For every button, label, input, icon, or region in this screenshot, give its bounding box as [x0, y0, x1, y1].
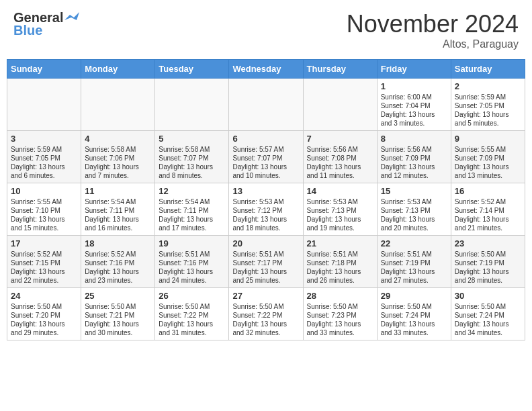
day-info-line: Sunset: 7:16 PM: [159, 259, 225, 267]
calendar-cell: 16Sunrise: 5:52 AMSunset: 7:14 PMDayligh…: [451, 183, 525, 236]
day-info-line: Daylight: 13 hours: [381, 320, 447, 328]
day-number: 11: [85, 186, 151, 196]
day-info-line: Sunset: 7:15 PM: [11, 259, 77, 267]
day-number: 18: [85, 238, 151, 248]
day-info-line: Daylight: 13 hours: [381, 267, 447, 276]
day-info-line: and 11 minutes.: [307, 171, 373, 180]
day-info-line: Sunrise: 5:57 AM: [232, 145, 299, 154]
day-info-line: and 17 minutes.: [159, 224, 225, 232]
calendar-cell: 1Sunrise: 6:00 AMSunset: 7:04 PMDaylight…: [377, 79, 451, 131]
calendar-cell: 2Sunrise: 5:59 AMSunset: 7:05 PMDaylight…: [451, 79, 525, 131]
day-info-line: Sunset: 7:07 PM: [232, 154, 299, 163]
day-number: 15: [381, 186, 447, 196]
day-header-sunday: Sunday: [7, 60, 81, 79]
day-info-line: Daylight: 13 hours: [232, 215, 299, 224]
title-area: November 2024 Altos, Paraguay: [347, 10, 519, 50]
logo-bird-icon: [64, 12, 79, 23]
day-number: 7: [307, 134, 373, 144]
calendar-cell: [81, 79, 155, 131]
day-info-line: and 33 minutes.: [381, 328, 447, 337]
day-info-line: Sunset: 7:09 PM: [381, 154, 447, 163]
day-number: 8: [381, 134, 447, 144]
day-info-line: and 8 minutes.: [159, 171, 225, 180]
day-info-line: and 16 minutes.: [85, 224, 151, 232]
day-info-line: Sunrise: 5:56 AM: [307, 145, 373, 154]
calendar-cell: 24Sunrise: 5:50 AMSunset: 7:20 PMDayligh…: [7, 288, 81, 340]
calendar-cell: [303, 79, 377, 131]
day-info-line: Sunrise: 5:55 AM: [455, 145, 521, 154]
day-info-line: Sunset: 7:23 PM: [307, 311, 373, 320]
day-number: 20: [232, 238, 299, 248]
day-number: 9: [455, 134, 521, 144]
day-info-line: Sunset: 7:07 PM: [159, 154, 225, 163]
day-number: 5: [159, 134, 225, 144]
day-number: 27: [232, 291, 299, 301]
logo: General Blue: [13, 10, 79, 38]
day-info-line: Sunset: 7:20 PM: [11, 311, 77, 320]
day-info-line: Sunrise: 5:50 AM: [159, 302, 225, 311]
day-info-line: Sunrise: 5:50 AM: [455, 302, 521, 311]
calendar-cell: 19Sunrise: 5:51 AMSunset: 7:16 PMDayligh…: [155, 236, 229, 288]
day-header-friday: Friday: [377, 60, 451, 79]
day-info-line: Sunset: 7:19 PM: [381, 259, 447, 267]
day-header-tuesday: Tuesday: [155, 60, 229, 79]
day-info-line: Sunset: 7:22 PM: [232, 311, 299, 320]
day-info-line: and 20 minutes.: [381, 224, 447, 232]
calendar-cell: 5Sunrise: 5:58 AMSunset: 7:07 PMDaylight…: [155, 131, 229, 183]
day-info-line: and 30 minutes.: [85, 328, 151, 337]
day-info-line: and 19 minutes.: [307, 224, 373, 232]
day-info-line: Sunrise: 5:58 AM: [85, 145, 151, 154]
day-info-line: Sunrise: 5:55 AM: [11, 197, 77, 206]
calendar-week-row: 17Sunrise: 5:52 AMSunset: 7:15 PMDayligh…: [7, 236, 525, 288]
day-info-line: Sunrise: 5:52 AM: [85, 250, 151, 259]
day-info-line: Daylight: 13 hours: [455, 163, 521, 171]
day-info-line: Sunset: 7:08 PM: [307, 154, 373, 163]
day-info-line: and 24 minutes.: [159, 276, 225, 285]
day-info-line: Sunrise: 5:54 AM: [85, 197, 151, 206]
day-info-line: Daylight: 13 hours: [11, 215, 77, 224]
day-info-line: and 23 minutes.: [85, 276, 151, 285]
day-number: 26: [159, 291, 225, 301]
day-info-line: Daylight: 13 hours: [232, 163, 299, 171]
day-info-line: and 27 minutes.: [381, 276, 447, 285]
calendar-cell: 15Sunrise: 5:53 AMSunset: 7:13 PMDayligh…: [377, 183, 451, 236]
day-info-line: Daylight: 13 hours: [455, 215, 521, 224]
day-info-line: Sunrise: 5:50 AM: [11, 302, 77, 311]
calendar-cell: [155, 79, 229, 131]
day-info-line: Sunrise: 5:51 AM: [159, 250, 225, 259]
day-info-line: Daylight: 13 hours: [11, 163, 77, 171]
day-number: 21: [307, 238, 373, 248]
calendar-cell: 4Sunrise: 5:58 AMSunset: 7:06 PMDaylight…: [81, 131, 155, 183]
day-info-line: and 18 minutes.: [232, 224, 299, 232]
calendar-week-row: 3Sunrise: 5:59 AMSunset: 7:05 PMDaylight…: [7, 131, 525, 183]
calendar-week-row: 1Sunrise: 6:00 AMSunset: 7:04 PMDaylight…: [7, 79, 525, 131]
day-info-line: and 29 minutes.: [11, 328, 77, 337]
day-number: 23: [455, 238, 521, 248]
day-number: 12: [159, 186, 225, 196]
day-info-line: Daylight: 13 hours: [232, 267, 299, 276]
calendar-cell: 10Sunrise: 5:55 AMSunset: 7:10 PMDayligh…: [7, 183, 81, 236]
day-info-line: Sunset: 7:24 PM: [455, 311, 521, 320]
day-info-line: Sunset: 7:05 PM: [455, 101, 521, 110]
day-number: 19: [159, 238, 225, 248]
calendar-cell: 18Sunrise: 5:52 AMSunset: 7:16 PMDayligh…: [81, 236, 155, 288]
day-number: 29: [381, 291, 447, 301]
day-info-line: Sunrise: 5:59 AM: [455, 93, 521, 101]
day-info-line: Daylight: 13 hours: [159, 320, 225, 328]
month-title: November 2024: [347, 10, 519, 38]
day-number: 3: [11, 134, 77, 144]
day-info-line: Daylight: 13 hours: [307, 267, 373, 276]
day-info-line: Daylight: 13 hours: [455, 110, 521, 119]
day-number: 16: [455, 186, 521, 196]
page-header: General Blue November 2024 Altos, Paragu…: [7, 7, 525, 54]
day-info-line: Sunset: 7:21 PM: [85, 311, 151, 320]
day-info-line: Sunset: 7:22 PM: [159, 311, 225, 320]
day-info-line: Daylight: 13 hours: [381, 110, 447, 119]
day-number: 22: [381, 238, 447, 248]
calendar-cell: 9Sunrise: 5:55 AMSunset: 7:09 PMDaylight…: [451, 131, 525, 183]
day-info-line: Sunset: 7:19 PM: [455, 259, 521, 267]
day-header-thursday: Thursday: [303, 60, 377, 79]
day-info-line: Sunrise: 5:50 AM: [85, 302, 151, 311]
logo-blue-text: Blue: [13, 23, 42, 38]
day-info-line: Daylight: 13 hours: [381, 163, 447, 171]
